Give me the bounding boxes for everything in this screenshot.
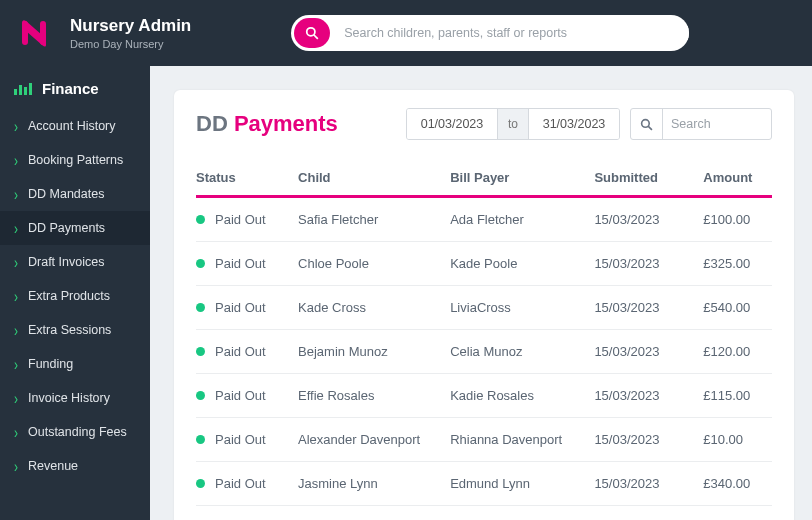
cell-status: Paid Out [196, 344, 298, 359]
date-to-input[interactable] [529, 109, 619, 139]
sidebar-item[interactable]: ›Extra Sessions [0, 313, 150, 347]
date-range: to [406, 108, 620, 140]
sidebar-item-label: DD Mandates [28, 187, 104, 201]
status-text: Paid Out [215, 476, 266, 491]
chevron-right-icon: › [14, 354, 18, 374]
cell-submitted: 15/03/2023 [594, 476, 703, 491]
chevron-right-icon: › [14, 456, 18, 476]
sidebar-item[interactable]: ›Extra Products [0, 279, 150, 313]
chevron-right-icon: › [14, 286, 18, 306]
cell-payer: Kadie Rosales [450, 388, 594, 403]
table-search [630, 108, 772, 140]
global-search [291, 15, 689, 51]
cell-payer: Rhianna Davenport [450, 432, 594, 447]
content-card: DD Payments to Status Child Bill Payer [174, 90, 794, 520]
cell-payer: Ada Fletcher [450, 212, 594, 227]
cell-submitted: 15/03/2023 [594, 344, 703, 359]
global-search-button[interactable] [294, 18, 330, 48]
sidebar-item[interactable]: ›Invoice History [0, 381, 150, 415]
global-search-input[interactable] [330, 26, 689, 40]
brand-block: Nursery Admin Demo Day Nursery [70, 16, 191, 50]
table-header-row: Status Child Bill Payer Submitted Amount [196, 170, 772, 198]
chevron-right-icon: › [14, 422, 18, 442]
cell-status: Paid Out [196, 300, 298, 315]
cell-child: Effie Rosales [298, 388, 450, 403]
status-dot-icon [196, 259, 205, 268]
status-dot-icon [196, 215, 205, 224]
cell-payer: Kade Poole [450, 256, 594, 271]
sidebar-item-label: Account History [28, 119, 116, 133]
status-dot-icon [196, 435, 205, 444]
col-amount: Amount [703, 170, 772, 185]
status-text: Paid Out [215, 256, 266, 271]
sidebar-item-label: Invoice History [28, 391, 110, 405]
cell-submitted: 15/03/2023 [594, 256, 703, 271]
sidebar-item[interactable]: ›Revenue [0, 449, 150, 483]
cell-amount: £100.00 [703, 212, 772, 227]
sidebar-item-label: Funding [28, 357, 73, 371]
sidebar-item[interactable]: ›Account History [0, 109, 150, 143]
cell-status: Paid Out [196, 256, 298, 271]
col-payer: Bill Payer [450, 170, 594, 185]
cell-amount: £340.00 [703, 476, 772, 491]
date-from-input[interactable] [407, 109, 497, 139]
table-search-input[interactable] [663, 117, 771, 131]
cell-submitted: 15/03/2023 [594, 300, 703, 315]
table-row[interactable]: Paid OutKade CrossLiviaCross15/03/2023£5… [196, 286, 772, 330]
sidebar-item[interactable]: ›Booking Patterns [0, 143, 150, 177]
cell-submitted: 15/03/2023 [594, 212, 703, 227]
brand-subtitle: Demo Day Nursery [70, 38, 191, 50]
sidebar-item[interactable]: ›Funding [0, 347, 150, 381]
col-status: Status [196, 170, 298, 185]
table-row[interactable]: Paid OutChloe PooleKade Poole15/03/2023£… [196, 242, 772, 286]
sidebar-item-label: Draft Invoices [28, 255, 104, 269]
col-child: Child [298, 170, 450, 185]
sidebar-item[interactable]: ›DD Payments [0, 211, 150, 245]
table-row[interactable]: Paid OutJasmine LynnEdmund Lynn15/03/202… [196, 462, 772, 506]
sidebar-item-label: Revenue [28, 459, 78, 473]
sidebar-item[interactable]: ›DD Mandates [0, 177, 150, 211]
cell-status: Paid Out [196, 388, 298, 403]
brand-title: Nursery Admin [70, 16, 191, 36]
cell-status: Paid Out [196, 432, 298, 447]
svg-line-3 [314, 35, 318, 39]
cell-submitted: 15/03/2023 [594, 388, 703, 403]
svg-line-5 [648, 126, 652, 130]
cell-payer: Edmund Lynn [450, 476, 594, 491]
page-title-accent: Payments [234, 111, 338, 136]
cell-amount: £10.00 [703, 432, 772, 447]
cell-child: Safia Fletcher [298, 212, 450, 227]
col-submitted: Submitted [594, 170, 703, 185]
table-row[interactable]: Paid OutBejamin MunozCelia Munoz15/03/20… [196, 330, 772, 374]
status-dot-icon [196, 479, 205, 488]
chevron-right-icon: › [14, 184, 18, 204]
app-header: Nursery Admin Demo Day Nursery [0, 0, 812, 66]
cell-amount: £115.00 [703, 388, 772, 403]
table-search-button[interactable] [631, 109, 663, 139]
svg-rect-1 [40, 21, 46, 45]
sidebar-item[interactable]: ›Draft Invoices [0, 245, 150, 279]
sidebar-item-label: Booking Patterns [28, 153, 123, 167]
page-title: DD Payments [196, 111, 338, 137]
table-body: Paid OutSafia FletcherAda Fletcher15/03/… [196, 198, 772, 506]
chevron-right-icon: › [14, 116, 18, 136]
table-row[interactable]: Paid OutEffie RosalesKadie Rosales15/03/… [196, 374, 772, 418]
sidebar-item-label: Extra Products [28, 289, 110, 303]
cell-child: Alexander Davenport [298, 432, 450, 447]
cell-payer: Celia Munoz [450, 344, 594, 359]
cell-amount: £325.00 [703, 256, 772, 271]
cell-status: Paid Out [196, 476, 298, 491]
cell-amount: £120.00 [703, 344, 772, 359]
chevron-right-icon: › [14, 388, 18, 408]
chevron-right-icon: › [14, 320, 18, 340]
cell-child: Kade Cross [298, 300, 450, 315]
chevron-right-icon: › [14, 252, 18, 272]
sidebar-item-label: DD Payments [28, 221, 105, 235]
status-text: Paid Out [215, 212, 266, 227]
status-text: Paid Out [215, 300, 266, 315]
table-row[interactable]: Paid OutSafia FletcherAda Fletcher15/03/… [196, 198, 772, 242]
sidebar-item[interactable]: ›Outstanding Fees [0, 415, 150, 449]
cell-payer: LiviaCross [450, 300, 594, 315]
table-row[interactable]: Paid OutAlexander DavenportRhianna Daven… [196, 418, 772, 462]
chevron-right-icon: › [14, 150, 18, 170]
